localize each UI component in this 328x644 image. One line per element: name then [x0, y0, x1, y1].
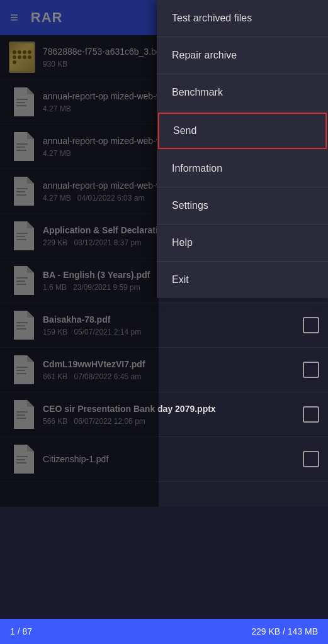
dropdown-overlay: Test archived filesRepair archiveBenchma… — [0, 0, 328, 507]
dropdown-item-repair[interactable]: Repair archive — [157, 37, 328, 74]
dropdown-item-settings[interactable]: Settings — [157, 187, 328, 225]
dropdown-item-exit[interactable]: Exit — [157, 262, 328, 298]
bottom-bar: 1 / 87 229 KB / 143 MB — [0, 619, 328, 644]
size-info: 229 KB / 143 MB — [251, 626, 318, 636]
page-count: 1 / 87 — [10, 626, 32, 636]
dropdown-item-send[interactable]: Send — [158, 113, 327, 149]
dropdown-item-information[interactable]: Information — [157, 150, 328, 187]
dropdown-item-test[interactable]: Test archived files — [157, 0, 328, 37]
dropdown-menu: Test archived filesRepair archiveBenchma… — [157, 0, 328, 298]
dropdown-item-help[interactable]: Help — [157, 225, 328, 262]
dropdown-backdrop[interactable] — [0, 0, 159, 507]
dropdown-item-benchmark[interactable]: Benchmark — [157, 74, 328, 111]
